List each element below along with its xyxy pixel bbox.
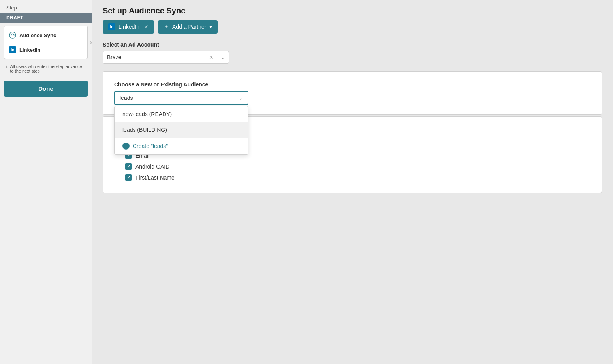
- android-gaid-check-icon: ✓: [127, 164, 130, 169]
- add-partner-label: Add a Partner: [172, 24, 206, 30]
- audience-sync-icon: [9, 32, 16, 39]
- audience-select-chevron-icon[interactable]: ⌄: [239, 95, 243, 101]
- dropdown-create-leads[interactable]: + Create "leads": [115, 138, 248, 154]
- advance-arrow-icon: ↓: [6, 64, 8, 69]
- first-last-name-label: First/Last Name: [135, 174, 175, 181]
- dropdown-item-new-leads[interactable]: new-leads (READY): [115, 106, 248, 122]
- ad-account-clear-icon[interactable]: ✕: [207, 54, 215, 60]
- done-button[interactable]: Done: [4, 81, 88, 97]
- audience-section-label: Choose a New or Existing Audience: [114, 81, 590, 88]
- ad-account-divider: [218, 54, 218, 61]
- audience-card: Choose a New or Existing Audience leads …: [103, 71, 602, 115]
- add-partner-plus-icon: ＋: [164, 23, 169, 30]
- sidebar-item-audience-sync[interactable]: Audience Sync: [9, 30, 83, 40]
- sidebar-item-linkedin[interactable]: in LinkedIn: [9, 43, 83, 55]
- main-header: Set up Audience Sync: [92, 0, 613, 20]
- android-gaid-label: Android GAID: [135, 163, 169, 170]
- main-content-area: Set up Audience Sync in LinkedIn ✕ ＋ Add…: [92, 0, 613, 364]
- audience-select-box[interactable]: leads ⌄: [114, 91, 248, 105]
- first-last-name-checkbox[interactable]: ✓: [125, 174, 132, 181]
- field-first-last-name-row[interactable]: ✓ First/Last Name: [114, 172, 590, 183]
- sidebar: Step DRAFT Audience Sync in LinkedIn › ↓…: [0, 0, 92, 364]
- linkedin-sidebar-label: LinkedIn: [19, 47, 40, 53]
- partner-buttons: in LinkedIn ✕ ＋ Add a Partner ▾: [103, 20, 602, 34]
- main-content: in LinkedIn ✕ ＋ Add a Partner ▾ Select a…: [92, 20, 613, 204]
- sidebar-draft-bar: DRAFT: [0, 13, 92, 23]
- linkedin-tag-icon: in: [108, 23, 115, 30]
- linkedin-close-icon[interactable]: ✕: [144, 24, 149, 30]
- dropdown-item-leads-building[interactable]: leads (BUILDING): [115, 122, 248, 138]
- svg-point-0: [9, 32, 16, 38]
- audience-dropdown-menu: new-leads (READY) leads (BUILDING) + Cre…: [114, 106, 248, 155]
- ad-account-chevron-icon[interactable]: ⌄: [220, 54, 225, 60]
- add-partner-chevron-icon: ▾: [209, 24, 212, 30]
- sidebar-advance-text: ↓ All users who enter this step advance …: [0, 62, 92, 77]
- linkedin-tag-label: LinkedIn: [118, 24, 139, 30]
- ad-account-value: Braze: [107, 54, 207, 60]
- audience-select-value: leads: [120, 95, 239, 101]
- add-partner-button[interactable]: ＋ Add a Partner ▾: [158, 20, 218, 34]
- audience-sync-label: Audience Sync: [19, 32, 56, 38]
- create-leads-label: Create "leads": [133, 143, 168, 149]
- linkedin-tag-button[interactable]: in LinkedIn ✕: [103, 20, 154, 34]
- audience-dropdown-wrapper: leads ⌄ new-leads (READY) leads (BUILDIN…: [114, 91, 248, 105]
- field-android-gaid-row[interactable]: ✓ Android GAID: [114, 161, 590, 172]
- ad-account-label: Select an Ad Account: [103, 41, 602, 48]
- android-gaid-checkbox[interactable]: ✓: [125, 163, 132, 170]
- sidebar-arrow-icon: ›: [90, 39, 92, 46]
- sidebar-card: Audience Sync in LinkedIn ›: [4, 26, 88, 59]
- ad-account-select[interactable]: Braze ✕ ⌄: [103, 51, 229, 64]
- ad-account-section: Select an Ad Account Braze ✕ ⌄: [103, 41, 602, 64]
- create-plus-icon: +: [122, 143, 130, 150]
- sidebar-step-label: Step: [0, 0, 92, 13]
- linkedin-sidebar-icon: in: [9, 46, 16, 53]
- first-last-name-check-icon: ✓: [127, 175, 130, 180]
- page-title: Set up Audience Sync: [103, 6, 602, 15]
